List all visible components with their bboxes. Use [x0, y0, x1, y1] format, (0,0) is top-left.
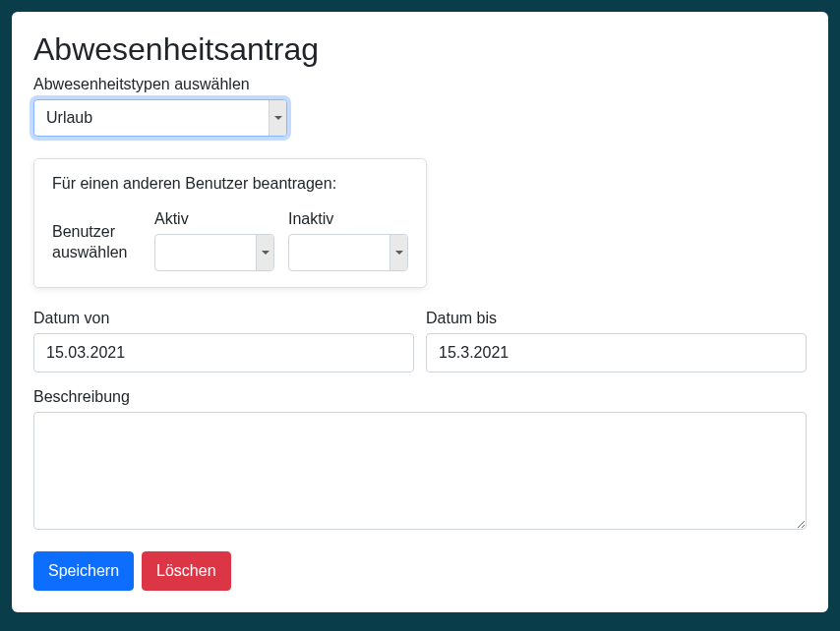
date-from-input[interactable] [33, 333, 414, 373]
inactive-label: Inaktiv [288, 210, 408, 228]
description-group: Beschreibung [33, 388, 807, 534]
delete-button[interactable]: Löschen [142, 551, 231, 591]
active-user-select[interactable] [154, 234, 274, 271]
date-from-label: Datum von [33, 310, 414, 327]
other-user-panel: Für einen anderen Benutzer beantragen: B… [33, 158, 427, 288]
type-select-group: Abwesenheitstypen auswählen Urlaub [33, 76, 807, 137]
save-button[interactable]: Speichern [33, 551, 134, 591]
type-select[interactable]: Urlaub [33, 99, 287, 137]
date-to-group: Datum bis [426, 310, 807, 373]
description-textarea[interactable] [33, 412, 807, 530]
date-to-input[interactable] [426, 333, 807, 373]
date-from-group: Datum von [33, 310, 414, 373]
active-label: Aktiv [154, 210, 274, 228]
absence-request-card: Abwesenheitsantrag Abwesenheitstypen aus… [12, 12, 828, 612]
date-to-label: Datum bis [426, 310, 807, 327]
page-title: Abwesenheitsantrag [33, 31, 807, 68]
description-label: Beschreibung [33, 388, 807, 406]
inactive-user-select[interactable] [288, 234, 408, 271]
select-user-label: Benutzer auswählen [52, 221, 141, 271]
other-user-heading: Für einen anderen Benutzer beantragen: [52, 175, 408, 193]
type-select-label: Abwesenheitstypen auswählen [33, 76, 807, 93]
